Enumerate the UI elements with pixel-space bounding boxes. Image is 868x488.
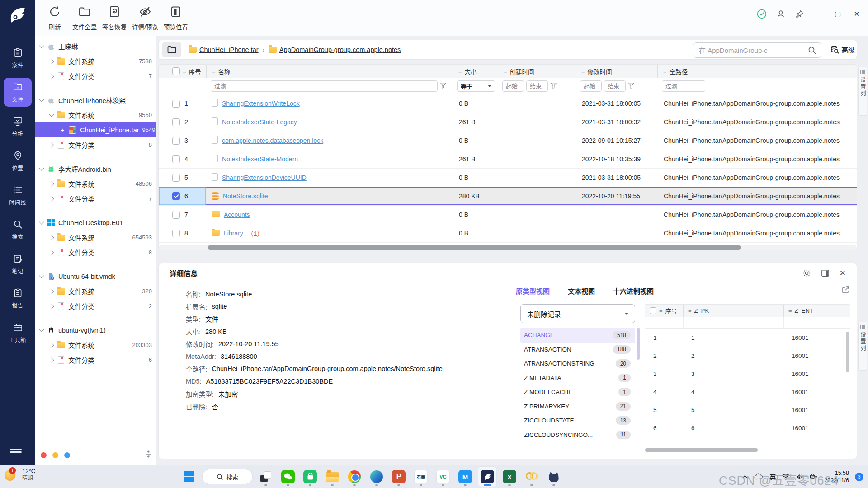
tree-item-row[interactable]: 文件系统7588 bbox=[35, 54, 156, 69]
taskbar-app-green-bag[interactable] bbox=[301, 467, 319, 487]
table-row[interactable]: 5SharingExtensionDeviceUUID0 B2021-03-31… bbox=[159, 169, 857, 187]
expand-plus-icon[interactable]: + bbox=[60, 126, 65, 134]
tree-item-row[interactable]: +ChunHei_iPhone.tar9549 bbox=[35, 122, 156, 137]
open-external-icon[interactable] bbox=[842, 286, 849, 296]
filter-funnel-icon[interactable] bbox=[550, 82, 557, 90]
taskbar-app-file-explorer[interactable] bbox=[323, 467, 341, 487]
tree-item-row[interactable]: 文件分类2 bbox=[35, 299, 156, 314]
taskbar-app-shimo[interactable]: 石墨 bbox=[412, 467, 430, 487]
minimize-button[interactable]: — bbox=[814, 9, 824, 19]
tab-native-view[interactable]: 原类型视图 bbox=[516, 286, 550, 296]
taskbar-app-chrome[interactable] bbox=[345, 467, 363, 487]
volume-icon[interactable] bbox=[796, 474, 803, 480]
taskbar-app-blue-m[interactable]: M bbox=[456, 467, 474, 487]
toolbar-preview-position-button[interactable]: 预览位置 bbox=[161, 4, 191, 31]
tree-item-row[interactable]: 文件分类7 bbox=[35, 69, 156, 84]
wifi-icon[interactable] bbox=[782, 474, 790, 480]
tab-hex-view[interactable]: 十六进制视图 bbox=[613, 286, 654, 296]
taskbar-app-edge[interactable] bbox=[368, 467, 386, 487]
tree-item-row[interactable]: 文件分类6 bbox=[35, 352, 156, 367]
chevron-right-icon[interactable] bbox=[49, 343, 54, 347]
tree-device-row[interactable]: ?Ubuntu 64-bit.vmdk bbox=[35, 269, 156, 284]
record-filter-dropdown[interactable]: 未删除记录 bbox=[520, 304, 635, 323]
db-table-list-item[interactable]: ATRANSACTION188 bbox=[520, 343, 635, 357]
table-row[interactable]: 8Library（1）0 BChunHei_iPhone.tar/AppDoma… bbox=[159, 224, 857, 243]
row-checkbox[interactable] bbox=[172, 230, 180, 237]
sidebar-item-search[interactable]: 搜索 bbox=[4, 215, 32, 244]
tree-item-row[interactable]: 文件系统9550 bbox=[35, 108, 156, 122]
chevron-right-icon[interactable] bbox=[49, 235, 54, 240]
close-button[interactable]: ✕ bbox=[852, 9, 862, 19]
user-icon[interactable] bbox=[776, 9, 786, 19]
table-row[interactable]: 7Accounts0 BChunHei_iPhone.tar/AppDomain… bbox=[159, 206, 857, 224]
chevron-down-icon[interactable] bbox=[49, 112, 54, 117]
chevron-down-icon[interactable] bbox=[39, 97, 44, 102]
table-row[interactable]: 1SharingExtensionWriteLock0 B2021-03-31 … bbox=[159, 94, 857, 113]
table-row[interactable]: 6NoteStore.sqlite280 KB2022-10-20 11:19:… bbox=[159, 187, 857, 206]
taskbar-search[interactable]: 搜索 bbox=[202, 469, 253, 484]
tree-item-row[interactable]: 文件系统48506 bbox=[35, 176, 156, 191]
chevron-down-icon[interactable] bbox=[39, 327, 44, 332]
row-checkbox[interactable] bbox=[172, 137, 180, 145]
panel-splitter-icon[interactable] bbox=[145, 450, 152, 460]
breadcrumb-link[interactable]: ChunHei_iPhone.tar bbox=[199, 46, 259, 53]
tree-device-row[interactable]: 王晓琳 bbox=[35, 39, 156, 54]
file-name-link[interactable]: SharingExtensionWriteLock bbox=[222, 100, 300, 107]
sidebar-item-toolbox[interactable]: 工具箱 bbox=[4, 318, 32, 347]
taskbar-clock[interactable]: 15:58 2022/11/6 bbox=[824, 469, 849, 484]
taskbar-app-vc[interactable]: VC bbox=[434, 467, 452, 487]
column-header-1[interactable]: ≡名称 bbox=[206, 65, 453, 78]
grid-column-settings-tab[interactable]: 设置列 bbox=[858, 322, 867, 371]
row-checkbox[interactable] bbox=[172, 211, 180, 219]
row-checkbox[interactable] bbox=[172, 118, 180, 126]
breadcrumb-item-current[interactable]: AppDomainGroup-group.com.apple.notes bbox=[269, 46, 401, 53]
filter-funnel-icon[interactable] bbox=[628, 82, 635, 90]
db-table-list-item[interactable]: Z PRIMARYKEY21 bbox=[520, 399, 635, 414]
toolbar-signature-recovery-button[interactable]: 签名恢复 bbox=[99, 4, 129, 31]
tree-item-row[interactable]: 文件系统320 bbox=[35, 284, 156, 299]
sidebar-item-report[interactable]: 报告 bbox=[4, 284, 32, 313]
table-row[interactable]: 3com.apple.notes.databaseopen.lock0 B202… bbox=[159, 131, 857, 150]
row-checkbox[interactable] bbox=[172, 192, 180, 200]
file-name-link[interactable]: SharingExtensionDeviceUUID bbox=[222, 174, 307, 181]
notification-badge[interactable]: 3 bbox=[855, 473, 863, 481]
taskbar-app-forensic[interactable] bbox=[478, 467, 496, 487]
grid-select-all-checkbox[interactable] bbox=[650, 307, 656, 314]
search-input[interactable] bbox=[698, 46, 808, 55]
sidebar-item-notes[interactable]: 笔记 bbox=[4, 249, 32, 278]
name-filter-input[interactable] bbox=[211, 80, 438, 92]
db-table-list-item[interactable]: ZICCLOUDSTATE13 bbox=[520, 413, 635, 428]
taskbar-app-powerpoint[interactable]: P bbox=[390, 467, 408, 487]
scrollbar-thumb[interactable] bbox=[208, 245, 741, 250]
chevron-right-icon[interactable] bbox=[49, 289, 54, 294]
tree-item-row[interactable]: 文件分类7 bbox=[35, 191, 156, 206]
close-details-icon[interactable]: ✕ bbox=[840, 268, 846, 278]
chevron-right-icon[interactable] bbox=[49, 142, 54, 147]
file-name-link[interactable]: Accounts bbox=[224, 211, 250, 218]
db-table-list-item[interactable]: Z METADATA1 bbox=[520, 371, 635, 385]
chevron-down-icon[interactable] bbox=[39, 165, 44, 170]
modified-start-input[interactable] bbox=[580, 80, 602, 92]
column-header-2[interactable]: ≡大小 bbox=[453, 65, 498, 78]
tree-item-row[interactable]: 文件分类8 bbox=[35, 245, 156, 260]
sidebar-item-case[interactable]: 案件 bbox=[4, 43, 32, 72]
input-language-indicator[interactable]: 英 bbox=[769, 472, 776, 481]
grid-column-header-2[interactable]: ≡Z_ENT bbox=[783, 305, 850, 317]
column-header-4[interactable]: ≡修改时间 bbox=[576, 65, 657, 78]
root-folder-button[interactable] bbox=[162, 42, 181, 57]
breadcrumb-item-archive[interactable]: ChunHei_iPhone.tar bbox=[189, 46, 259, 53]
db-table-list-item[interactable]: ACHANGE518 bbox=[520, 328, 635, 343]
record-grid-row[interactable]: 5516001 bbox=[645, 401, 850, 419]
path-filter-input[interactable] bbox=[662, 80, 705, 92]
tree-device-row[interactable]: ubuntu-vg(lvm1) bbox=[35, 323, 156, 338]
sidebar-item-timeline[interactable]: 时间线 bbox=[4, 181, 32, 210]
filter-funnel-icon[interactable] bbox=[440, 82, 447, 90]
table-row[interactable]: 4NotesIndexerState-Modern261 B2022-10-18… bbox=[159, 150, 857, 169]
record-grid-row[interactable]: 1116001 bbox=[645, 329, 850, 347]
pin-icon[interactable] bbox=[795, 9, 805, 19]
list-scrollbar-thumb[interactable] bbox=[637, 328, 640, 360]
battery-plug-icon[interactable] bbox=[809, 474, 818, 480]
chevron-right-icon[interactable] bbox=[49, 357, 54, 362]
maximize-button[interactable]: ▢ bbox=[833, 9, 843, 19]
start-button[interactable] bbox=[180, 467, 198, 487]
